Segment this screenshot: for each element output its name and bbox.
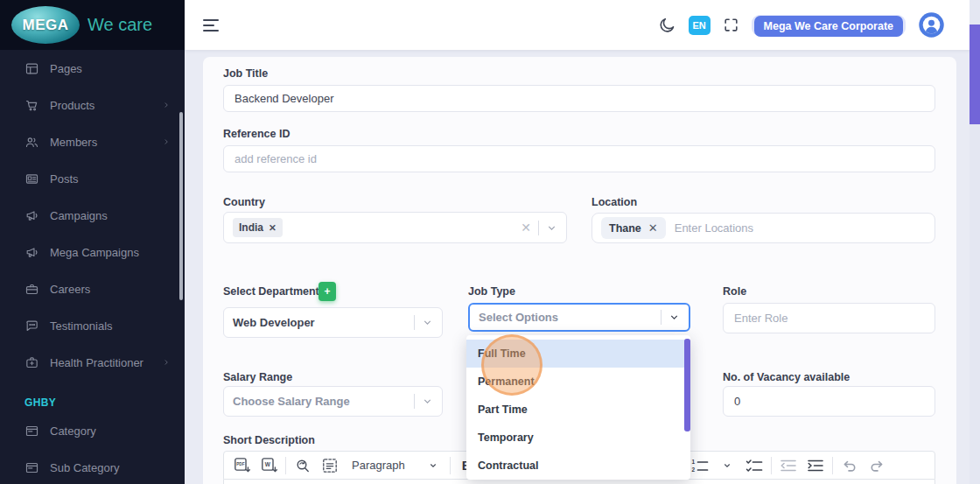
logo-text: MEGA: [23, 17, 69, 34]
sidebar-item-label: Members: [50, 136, 97, 149]
find-and-replace-icon[interactable]: [292, 454, 313, 477]
remove-tag-icon[interactable]: ✕: [269, 222, 276, 233]
remove-tag-icon[interactable]: ✕: [648, 221, 658, 235]
chevron-down-icon[interactable]: [717, 454, 738, 477]
main-content: Job Title Reference ID Country India ✕ ✕…: [185, 50, 970, 484]
sidebar: MEGA We care Pages Products Members Post…: [0, 0, 185, 484]
sidebar-item-health-practitioner[interactable]: Health Practitioner: [0, 344, 185, 381]
sidebar-item-label: Mega Campaigns: [50, 246, 139, 259]
job-type-option[interactable]: Permanent: [466, 368, 690, 396]
dropdown-scrollbar[interactable]: [684, 339, 690, 431]
chevron-down-icon[interactable]: [668, 312, 680, 323]
reference-id-input[interactable]: [223, 145, 935, 172]
export-word-icon[interactable]: W: [258, 454, 279, 477]
sidebar-scrollbar[interactable]: [179, 112, 183, 300]
role-label: Role: [723, 285, 746, 298]
pages-icon: [24, 61, 39, 76]
megaphone-icon: [24, 245, 39, 260]
rich-text-editor-body[interactable]: [223, 480, 935, 484]
sidebar-item-careers[interactable]: Careers: [0, 270, 185, 307]
country-tag: India ✕: [233, 218, 283, 237]
job-type-select[interactable]: Select Options: [468, 303, 690, 332]
megaphone-icon: [24, 208, 39, 223]
job-type-option[interactable]: Full Time: [466, 340, 690, 368]
brand-logo[interactable]: MEGA We care: [0, 0, 185, 50]
dark-mode-moon-icon[interactable]: [658, 16, 676, 34]
svg-text:1: 1: [691, 459, 695, 465]
redo-icon[interactable]: [866, 454, 887, 477]
fullscreen-icon[interactable]: [723, 17, 739, 33]
sidebar-section-heading: GHBY: [0, 381, 185, 412]
job-type-option[interactable]: Temporary: [466, 424, 690, 452]
chevron-down-icon[interactable]: [422, 396, 433, 407]
workspace-pill: Mega We Care Corporate: [752, 15, 906, 36]
job-type-option[interactable]: Contractual: [466, 452, 690, 480]
job-type-label: Job Type: [468, 285, 515, 298]
sidebar-item-members[interactable]: Members: [0, 123, 185, 160]
sidebar-menu: Pages Products Members Posts Campaigns M…: [0, 50, 185, 484]
vacancy-label: No. of Vacancy available: [723, 371, 850, 383]
sidebar-item-posts[interactable]: Posts: [0, 160, 185, 197]
role-input[interactable]: [723, 303, 935, 333]
salary-range-label: Salary Range: [223, 371, 292, 383]
sidebar-item-pages[interactable]: Pages: [0, 50, 185, 87]
sidebar-item-products[interactable]: Products: [0, 87, 185, 123]
sidebar-item-sub-category[interactable]: Sub Category: [0, 449, 185, 484]
indent-icon[interactable]: [805, 454, 826, 477]
export-pdf-icon[interactable]: PDF: [231, 454, 252, 477]
todo-list-icon[interactable]: [744, 454, 765, 477]
location-multiselect[interactable]: Thane ✕ Enter Locations: [592, 213, 935, 243]
sidebar-item-category[interactable]: Category: [0, 412, 185, 449]
svg-text:2: 2: [691, 466, 695, 473]
select-all-icon[interactable]: [319, 454, 340, 477]
sidebar-item-label: Health Practitioner: [50, 356, 144, 369]
location-label: Location: [592, 196, 637, 208]
outdent-icon[interactable]: [778, 454, 799, 477]
cart-icon: [24, 98, 39, 113]
card-icon: [24, 460, 39, 475]
numbered-list-icon[interactable]: 12: [690, 454, 710, 477]
divider: [538, 221, 539, 235]
card-icon: [24, 424, 39, 438]
chevron-right-icon: [162, 356, 171, 369]
language-badge[interactable]: EN: [689, 16, 710, 35]
logo-tagline: We care: [88, 15, 152, 35]
sidebar-item-label: Sub Category: [50, 461, 120, 474]
sidebar-item-testimonials[interactable]: Testimonials: [0, 307, 185, 344]
sidebar-item-campaigns[interactable]: Campaigns: [0, 197, 185, 234]
chevron-down-icon[interactable]: [422, 317, 433, 328]
salary-range-select[interactable]: Choose Salary Range: [223, 386, 443, 417]
paragraph-style-dropdown[interactable]: Paragraph: [346, 459, 444, 472]
user-avatar[interactable]: [918, 11, 945, 39]
country-multiselect[interactable]: India ✕ ✕: [223, 212, 567, 243]
menu-toggle-button[interactable]: [203, 16, 219, 35]
divider: [450, 457, 451, 474]
undo-icon[interactable]: [839, 454, 860, 477]
divider: [414, 394, 415, 409]
sidebar-item-mega-campaigns[interactable]: Mega Campaigns: [0, 234, 185, 270]
page-scrollbar[interactable]: [970, 0, 980, 484]
job-title-label: Job Title: [223, 67, 268, 80]
clear-all-icon[interactable]: ✕: [521, 221, 531, 234]
department-select[interactable]: Web Developer: [223, 307, 443, 338]
location-placeholder: Enter Locations: [675, 221, 753, 235]
chevron-down-icon[interactable]: [546, 222, 557, 234]
vacancy-input[interactable]: [723, 386, 935, 417]
mega-logo-ellipse: MEGA: [11, 6, 80, 44]
job-title-input[interactable]: [223, 85, 935, 112]
add-department-button[interactable]: +: [318, 282, 336, 301]
sidebar-item-label: Campaigns: [50, 209, 108, 222]
chevron-right-icon: [162, 99, 171, 112]
divider: [832, 457, 833, 474]
page-scrollbar-thumb[interactable]: [970, 25, 980, 124]
workspace-button[interactable]: Mega We Care Corporate: [754, 16, 903, 37]
medical-bag-icon: [24, 355, 39, 370]
topbar: EN Mega We Care Corporate: [185, 0, 980, 50]
select-department-label: Select Department: [223, 285, 319, 298]
location-tag: Thane ✕: [601, 217, 666, 239]
sidebar-item-label: Posts: [50, 172, 79, 186]
job-type-placeholder: Select Options: [479, 311, 558, 324]
members-icon: [24, 135, 39, 150]
job-type-option[interactable]: Part Time: [466, 396, 690, 424]
job-type-dropdown: Full Time Permanent Part Time Temporary …: [466, 335, 690, 480]
